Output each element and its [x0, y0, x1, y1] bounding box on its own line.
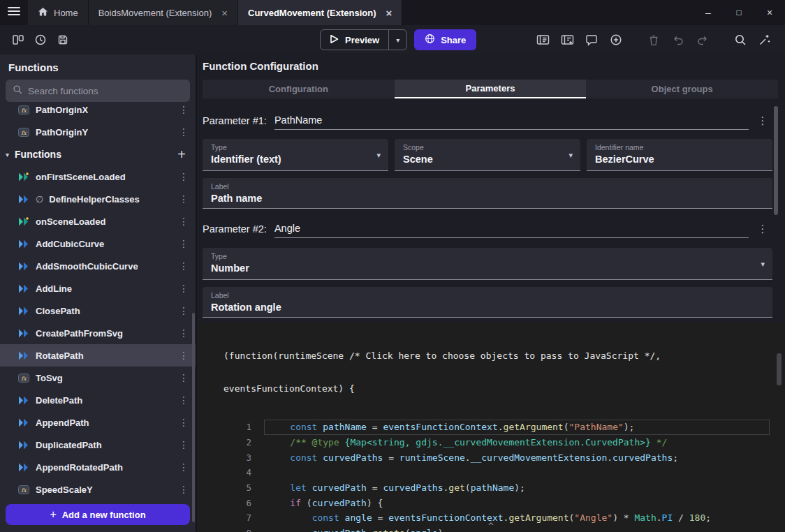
kebab-menu-icon[interactable]: ⋮	[179, 461, 189, 473]
tab-object-groups[interactable]: Object groups	[586, 80, 778, 98]
parameter-2-name-input[interactable]: Angle	[274, 223, 749, 238]
save-icon[interactable]	[52, 29, 74, 51]
parameter-2-header: Parameter #2: Angle ⋮	[203, 212, 772, 238]
kebab-menu-icon[interactable]: ⋮	[179, 193, 189, 205]
function-name: CreatePathFromSvg	[36, 328, 173, 339]
wrapper-line[interactable]: (function(runtimeScene /* Click here to …	[223, 350, 785, 362]
share-button[interactable]: Share	[414, 29, 476, 50]
tab-home[interactable]: Home	[28, 0, 89, 25]
kebab-menu-icon[interactable]: ⋮	[179, 350, 189, 361]
sidebar-item-onfirstsceneloaded[interactable]: onFirstSceneLoaded⋮	[0, 165, 196, 188]
sidebar-item-addsmoothcubiccurve[interactable]: AddSmoothCubicCurve⋮	[0, 255, 196, 277]
tab-boidsmovement[interactable]: BoidsMovement (Extension) ×	[89, 0, 238, 25]
chevron-down-icon[interactable]: ▾	[568, 151, 573, 160]
kebab-menu-icon[interactable]: ⋮	[179, 104, 189, 115]
sidebar-item-addcubiccurve[interactable]: AddCubicCurve⋮	[0, 232, 196, 255]
kebab-menu-icon[interactable]: ⋮	[179, 484, 189, 495]
sidebar-item-createpathfromsvg[interactable]: CreatePathFromSvg⋮	[0, 322, 196, 344]
sidebar-item-speedscaley[interactable]: fxSpeedScaleY⋮	[0, 478, 196, 501]
close-tab-icon[interactable]: ×	[386, 8, 392, 18]
sidebar-item-tosvg[interactable]: fxToSvg⋮	[0, 367, 196, 389]
events-sheet-icon[interactable]	[535, 29, 550, 51]
window-minimize-button[interactable]: –	[693, 0, 724, 25]
label-input[interactable]: Label Rotation angle	[203, 287, 772, 318]
sidebar-item-appendrotatedpath[interactable]: AppendRotatedPath⋮	[0, 456, 196, 478]
code-line[interactable]: 1 const pathName = eventsFunctionContext…	[223, 420, 785, 435]
type-select[interactable]: Type Number ▾	[203, 248, 772, 280]
tab-curvedmovement[interactable]: CurvedMovement (Extension) ×	[238, 0, 402, 25]
main-menu-button[interactable]	[0, 0, 28, 25]
chevron-down-icon[interactable]: ▾	[761, 260, 765, 269]
sidebar-item-pathoriginx[interactable]: fxPathOriginX⋮	[0, 98, 196, 121]
sidebar-item-pathoriginy[interactable]: fxPathOriginY⋮	[0, 121, 196, 143]
sidebar-item-appendpath[interactable]: AppendPath⋮	[0, 411, 196, 434]
kebab-menu-icon[interactable]: ⋮	[179, 238, 189, 249]
functions-section-header[interactable]: ▾Functions+	[0, 143, 196, 165]
sidebar-item-onsceneloaded[interactable]: onSceneLoaded⋮	[0, 210, 196, 232]
sidebar-item-addline[interactable]: AddLine⋮	[0, 277, 196, 300]
collapse-editor-icon[interactable]: ^	[197, 521, 785, 531]
kebab-menu-icon[interactable]: ⋮	[179, 283, 189, 294]
expression-function-icon: fx	[18, 105, 30, 114]
code-line[interactable]: 2 /** @type {Map<string, gdjs.__curvedMo…	[223, 435, 785, 450]
javascript-code-editor[interactable]: (function(runtimeScene /* Click here to …	[197, 323, 785, 532]
kebab-menu-icon[interactable]: ⋮	[179, 216, 189, 227]
kebab-menu-icon[interactable]: ⋮	[179, 260, 189, 272]
kebab-menu-icon[interactable]: ⋮	[179, 305, 189, 316]
redo-icon[interactable]	[695, 29, 710, 51]
search-icon[interactable]	[733, 29, 748, 51]
lifecycle-function-icon	[18, 217, 30, 226]
kebab-menu-icon[interactable]: ⋮	[179, 372, 189, 383]
code-line[interactable]: 5 let curvedPath = curvedPaths.get(pathN…	[223, 480, 785, 496]
add-new-function-button[interactable]: + Add a new function	[6, 504, 190, 525]
functions-sidebar: Functions fxPathOriginX⋮fxPathOriginY⋮▾F…	[0, 54, 197, 532]
add-circle-icon[interactable]	[608, 29, 624, 51]
code-line[interactable]: 3 const curvedPaths = runtimeScene.__cur…	[223, 450, 785, 465]
kebab-menu-icon[interactable]: ⋮	[756, 223, 770, 235]
preview-button[interactable]: Preview ▾	[320, 29, 407, 50]
add-function-plus-icon[interactable]: +	[177, 147, 186, 161]
code-line[interactable]: 4	[223, 465, 785, 480]
kebab-menu-icon[interactable]: ⋮	[179, 394, 189, 406]
scope-select[interactable]: Scope Scene ▾	[395, 139, 580, 171]
sidebar-item-deletepath[interactable]: DeletePath⋮	[0, 389, 196, 411]
type-select[interactable]: Type Identifier (text) ▾	[203, 139, 388, 171]
search-input[interactable]	[28, 86, 183, 96]
sidebar-item-rotatepath[interactable]: RotatePath⋮	[0, 344, 196, 367]
close-tab-icon[interactable]: ×	[221, 8, 228, 18]
identifier-name-input[interactable]: Identifier name BezierCurve	[587, 139, 772, 171]
parameter-1-name-input[interactable]: PathName	[274, 114, 749, 130]
history-icon[interactable]	[29, 29, 52, 51]
preview-button-main[interactable]: Preview	[321, 30, 388, 50]
parameters-list: Parameter #1: PathName ⋮ Type Identifier…	[203, 103, 772, 318]
lifecycle-function-icon	[18, 172, 30, 182]
panels-icon[interactable]	[7, 29, 29, 51]
chevron-down-icon[interactable]: ▾	[376, 151, 381, 160]
window-close-button[interactable]: ×	[754, 0, 785, 25]
kebab-menu-icon[interactable]: ⋮	[179, 171, 189, 182]
tab-parameters[interactable]: Parameters	[395, 80, 587, 98]
sidebar-item-closepath[interactable]: ClosePath⋮	[0, 300, 196, 322]
tab-configuration[interactable]: Configuration	[203, 80, 395, 98]
kebab-menu-icon[interactable]: ⋮	[179, 327, 189, 339]
parameters-scrollbar[interactable]	[774, 106, 778, 215]
kebab-menu-icon[interactable]: ⋮	[756, 114, 770, 127]
editor-scrollbar[interactable]	[777, 353, 782, 385]
sidebar-title: Functions	[0, 54, 196, 73]
sidebar-scrollbar[interactable]	[192, 313, 195, 522]
kebab-menu-icon[interactable]: ⋮	[179, 126, 189, 138]
trash-icon[interactable]	[646, 29, 661, 51]
comment-icon[interactable]	[584, 29, 599, 51]
window-maximize-button[interactable]: □	[724, 0, 754, 25]
kebab-menu-icon[interactable]: ⋮	[179, 439, 189, 450]
sidebar-item-duplicatedpath[interactable]: DuplicatedPath⋮	[0, 434, 196, 456]
undo-icon[interactable]	[670, 29, 686, 51]
label-input[interactable]: Label Path name	[203, 178, 772, 209]
chevron-down-icon[interactable]: ▾	[389, 30, 406, 50]
events-sheet-add-icon[interactable]	[559, 29, 575, 51]
code-line[interactable]: 6 if (curvedPath) {	[223, 495, 785, 510]
kebab-menu-icon[interactable]: ⋮	[179, 417, 189, 428]
sidebar-item-definehelperclasses[interactable]: ∅DefineHelperClasses⋮	[0, 188, 196, 210]
toolbar-right	[535, 29, 778, 51]
magic-wand-icon[interactable]	[757, 29, 772, 51]
